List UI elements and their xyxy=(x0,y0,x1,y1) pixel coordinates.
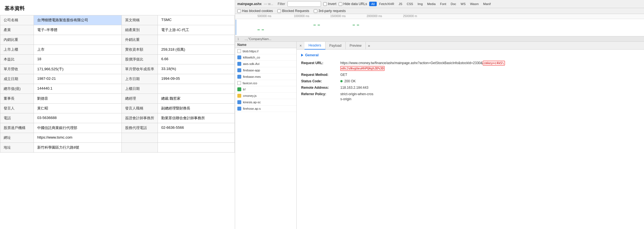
hide-data-urls-label: Hide data URLs xyxy=(343,2,367,6)
name-column-header: Name xyxy=(237,43,247,47)
network-item-checkbox[interactable] xyxy=(237,49,241,53)
network-item-name: tr/ xyxy=(243,88,246,91)
row-label-1: 本益比 xyxy=(0,55,34,64)
timeline-bars xyxy=(235,20,644,36)
row-value-1: 03-5636688 xyxy=(34,113,122,123)
row-label-2 xyxy=(122,133,158,143)
blocked-requests-label: Blocked Requests xyxy=(282,9,309,13)
timeline-dash-2 xyxy=(262,29,264,30)
network-item-icon xyxy=(237,100,241,104)
network-item[interactable]: blob:https:// xyxy=(235,48,296,54)
network-item-icon xyxy=(237,94,241,98)
file-row-content: ...,"CompanyNam... xyxy=(245,37,271,41)
network-item-name: firebase-mes xyxy=(243,75,261,78)
network-item[interactable]: firebase-mes xyxy=(235,74,296,80)
row-value-1: 電子–半導體 xyxy=(34,25,122,35)
blocked-requests-checkbox[interactable] xyxy=(277,9,281,13)
type-filter-btn-fetch/xhr[interactable]: Fetch/XHR xyxy=(377,2,396,6)
row-value-2: TSMC xyxy=(158,15,235,25)
request-method-val: GET xyxy=(340,72,347,77)
tab-preview[interactable]: Preview xyxy=(346,42,366,49)
row-label-1: 內銷比重 xyxy=(0,35,34,45)
type-filter-btn-manif[interactable]: Manif xyxy=(481,2,493,6)
network-filename: mainpage.ashx xyxy=(237,2,262,6)
remote-address-key: Remote Address: xyxy=(301,85,340,90)
table-row: 本益比18股價淨值比6.66 xyxy=(0,55,235,64)
third-party-checkbox[interactable] xyxy=(314,9,317,13)
network-item-icon xyxy=(237,87,241,91)
referrer-policy-val: strict-origin-when-cros s-origin xyxy=(340,92,373,102)
table-row: 產業電子–半導體細產業別電子上游-IC-代工 xyxy=(0,25,235,35)
type-filter-btn-all[interactable]: All xyxy=(369,2,376,6)
network-item[interactable]: kinesis.ap-sc xyxy=(235,99,296,106)
tab-payload[interactable]: Payload xyxy=(325,42,346,49)
row-value-1: 台灣積體電路製造股份有限公司 xyxy=(34,15,122,25)
blocked-cookies-checkbox[interactable] xyxy=(237,9,241,13)
network-item[interactable]: tr/ xyxy=(235,86,296,93)
right-panel: mainpage.ashx — w... Filter Invert Hide … xyxy=(235,0,644,229)
timeline-dash-1 xyxy=(257,29,260,30)
table-row: 股票過戶機構中國信託商業銀行代理部股務代理電話02-6636-5566 xyxy=(0,123,235,133)
type-filter-btn-doc[interactable]: Doc xyxy=(449,2,458,6)
table-row: 發言人黃仁昭發言人職稱副總經理暨財務長 xyxy=(0,104,235,113)
network-item[interactable]: firebase-app xyxy=(235,67,296,74)
row-label-1: 單月營收 xyxy=(0,64,34,74)
details-panel: × Headers Payload Preview » General xyxy=(297,42,644,229)
referrer-policy-row: Referrer Policy: strict-origin-when-cros… xyxy=(301,92,640,102)
status-code-val: 200 OK xyxy=(340,79,356,84)
tab-headers[interactable]: Headers xyxy=(305,42,325,50)
network-item[interactable]: aws-sdk-Avi xyxy=(235,61,296,67)
row-label-2: 股價淨值比 xyxy=(122,55,158,64)
general-section: General Request URL: https://www.cmoney.… xyxy=(297,50,644,105)
type-filter-btn-wasm[interactable]: Wasm xyxy=(468,2,481,6)
row-label-2: 股務代理電話 xyxy=(122,123,158,133)
table-row: 董事長劉德音總經理總裁:魏哲家 xyxy=(0,94,235,104)
close-button[interactable]: × xyxy=(297,42,305,49)
invert-label: Invert xyxy=(328,2,336,6)
network-filename-suffix: — w... xyxy=(264,2,273,6)
row-label-2: 上櫃日期 xyxy=(122,84,158,94)
type-filter-btn-js[interactable]: JS xyxy=(397,2,404,6)
blocked-cookies-label: Has blocked cookies xyxy=(242,9,273,13)
type-filter-btn-media[interactable]: Media xyxy=(425,2,437,6)
invert-checkbox-group: Invert xyxy=(323,2,336,6)
devtools-top-bar: mainpage.ashx — w... Filter Invert Hide … xyxy=(235,0,644,8)
network-item-name: blob:https:// xyxy=(243,50,259,53)
network-item-icon xyxy=(237,62,241,66)
row-label-1: 董事長 xyxy=(0,94,34,104)
type-filter-btn-font[interactable]: Font xyxy=(438,2,448,6)
network-item[interactable]: favicon.ico xyxy=(235,80,296,86)
status-code-key: Status Code: xyxy=(301,79,340,84)
network-item[interactable]: firehose.ap-s xyxy=(235,106,296,112)
left-panel: 基本資料 公司名稱台灣積體電路製造股份有限公司英文簡稱TSMC產業電子–半導體細… xyxy=(0,0,235,229)
table-row: 電話03-5636688簽證會計師事務所勤業眾信聯合會計師事務所 xyxy=(0,113,235,123)
remote-address-row: Remote Address: 118.163.2.184:443 xyxy=(301,85,640,90)
row-label-1: 產業 xyxy=(0,25,34,35)
tab-more[interactable]: » xyxy=(366,42,373,49)
network-item-name: cmoney.js xyxy=(243,94,257,97)
row-value-1: 中國信託商業銀行代理部 xyxy=(34,123,122,133)
filter-label: Filter xyxy=(278,2,285,6)
hide-data-urls-checkbox[interactable] xyxy=(339,2,342,6)
row-value-2: 1994-09-05 xyxy=(158,74,235,84)
table-row: 上市上櫃上市實收資本額259,318 (佰萬) xyxy=(0,45,235,55)
info-table: 公司名稱台灣積體電路製造股份有限公司英文簡稱TSMC產業電子–半導體細產業別電子… xyxy=(0,15,235,153)
network-item[interactable]: killswitch_co xyxy=(235,54,296,61)
triangle-icon xyxy=(301,54,303,57)
invert-checkbox[interactable] xyxy=(323,2,327,6)
filter-input[interactable] xyxy=(287,1,321,7)
network-item[interactable]: cmoney.js xyxy=(235,93,296,99)
row-value-2: 電子上游-IC-代工 xyxy=(158,25,235,35)
type-filter-btn-ws[interactable]: WS xyxy=(459,2,468,6)
row-value-1 xyxy=(34,35,122,45)
network-item-checkbox[interactable] xyxy=(237,81,241,85)
row-value-2: 02-6636-5566 xyxy=(158,123,235,133)
network-item-name: killswitch_co xyxy=(243,56,260,59)
row-value-2: 6.66 xyxy=(158,55,235,64)
type-filter-btn-css[interactable]: CSS xyxy=(405,2,415,6)
type-filter-btn-img[interactable]: Img xyxy=(416,2,425,6)
network-list-header: Name xyxy=(235,42,296,48)
row-value-2: 總裁:魏哲家 xyxy=(158,94,235,104)
row-label-2: 簽證會計師事務所 xyxy=(122,113,158,123)
third-party-label: 3rd-party requests xyxy=(319,9,346,13)
